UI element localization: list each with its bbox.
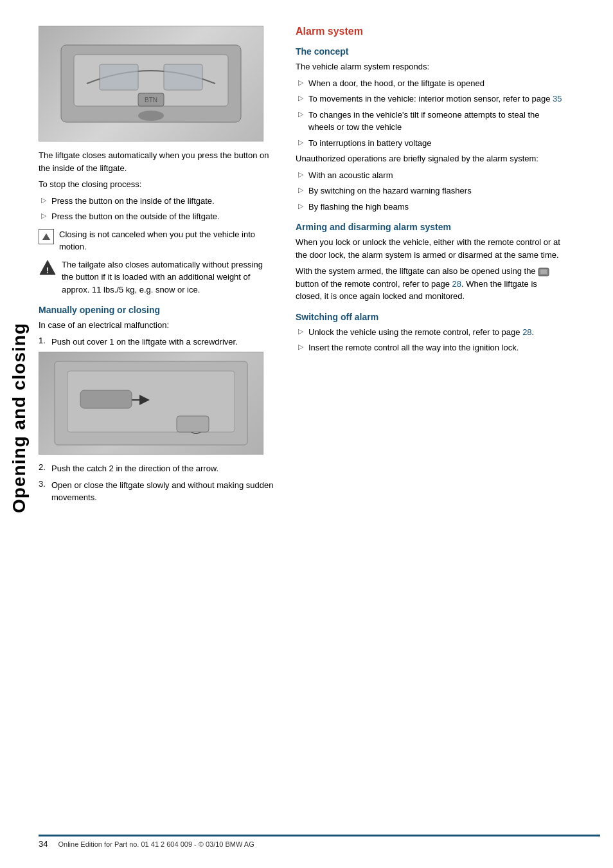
switching-bullet-2: ▷ Insert the remote control all the way … (296, 341, 565, 354)
svg-rect-17 (177, 416, 209, 432)
signal-bullet-text-2: By switching on the hazard warning flash… (308, 185, 472, 197)
concept-bullet-icon-4: ▷ (298, 138, 303, 147)
svg-text:!: ! (46, 266, 49, 275)
signal-bullet-3: ▷ By flashing the high beams (296, 201, 565, 213)
stop-process-label: To stop the closing process: (39, 178, 276, 191)
alarm-heading: Alarm system (296, 26, 565, 37)
page-container: Opening and closing (0, 0, 613, 868)
liftgate-image-bottom-content: 2 1 (39, 352, 263, 454)
car-top-svg: BTN (48, 32, 254, 135)
sidebar-label: Opening and closing (9, 323, 30, 513)
page-ref-35[interactable]: 35 (553, 94, 562, 104)
liftgate-image-top: BTN (39, 26, 263, 141)
warning-icon-1: ! (39, 258, 57, 276)
concept-bullet-text-1: When a door, the hood, or the liftgate i… (308, 77, 484, 90)
signal-bullet-icon-1: ▷ (298, 170, 303, 179)
unauthorized-text: Unauthorized operations are briefly sign… (296, 152, 565, 165)
liftgate-image-bottom: 2 1 (39, 352, 263, 455)
signal-bullet-icon-2: ▷ (298, 186, 303, 194)
switching-bullet-1: ▷ Unlock the vehicle using the remote co… (296, 326, 565, 339)
svg-point-2 (138, 111, 164, 121)
step-3-text: Open or close the liftgate slowly and wi… (51, 479, 276, 504)
switching-bullet-icon-1: ▷ (298, 327, 303, 336)
main-content: BTN The liftgate closes automatically wh… (39, 26, 604, 508)
arming-text-1: When you lock or unlock the vehicle, eit… (296, 236, 565, 261)
bullet-text-1: Press the button on the inside of the li… (51, 195, 215, 208)
concept-intro: The vehicle alarm system responds: (296, 60, 565, 73)
concept-bullet-3: ▷ To changes in the vehicle's tilt if so… (296, 109, 565, 134)
step-1-text: Push out cover 1 on the liftgate with a … (51, 336, 238, 348)
concept-bullet-2: ▷ To movements in the vehicle: interior … (296, 93, 565, 105)
switching-bullet-icon-2: ▷ (298, 343, 303, 351)
footer-text: Online Edition for Part no. 01 41 2 604 … (58, 840, 254, 848)
switching-bullet-text-2: Insert the remote control all the way in… (308, 341, 519, 354)
bullet-text-2: Press the button on the outside of the l… (51, 210, 220, 223)
signal-bullet-1: ▷ With an acoustic alarm (296, 169, 565, 182)
note-triangle-icon (42, 233, 50, 240)
concept-bullet-icon-3: ▷ (298, 110, 303, 118)
bullet-item-2: ▷ Press the button on the outside of the… (39, 210, 276, 223)
svg-rect-4 (164, 64, 202, 90)
arming-text-2: With the system armed, the liftgate can … (296, 265, 565, 303)
warning-box-1: ! The tailgate also closes automatically… (39, 258, 276, 296)
signal-bullet-2: ▷ By switching on the hazard warning fla… (296, 185, 565, 197)
svg-rect-3 (100, 64, 138, 90)
arming-heading: Arming and disarming alarm system (296, 222, 565, 232)
sidebar: Opening and closing (0, 0, 39, 836)
manual-heading: Manually opening or closing (39, 305, 276, 315)
svg-rect-19 (540, 269, 547, 274)
warning-text-1: The tailgate also closes automatically w… (62, 258, 276, 296)
concept-bullet-4: ▷ To interruptions in battery voltage (296, 137, 565, 150)
page-footer: 34 Online Edition for Part no. 01 41 2 6… (39, 835, 600, 849)
right-column: Alarm system The concept The vehicle ala… (289, 26, 565, 508)
concept-bullet-1: ▷ When a door, the hood, or the liftgate… (296, 77, 565, 90)
signal-bullet-icon-3: ▷ (298, 202, 303, 210)
note-box-1: Closing is not canceled when you put the… (39, 228, 276, 253)
signal-bullet-text-1: With an acoustic alarm (308, 169, 393, 182)
left-column: BTN The liftgate closes automatically wh… (39, 26, 289, 508)
concept-bullet-text-2: To movements in the vehicle: interior mo… (308, 93, 562, 105)
svg-rect-16 (80, 390, 132, 408)
switching-bullet-text-1: Unlock the vehicle using the remote cont… (308, 326, 534, 339)
bullet-item-1: ▷ Press the button on the inside of the … (39, 195, 276, 208)
switching-heading: Switching off alarm (296, 312, 565, 322)
concept-bullet-text-4: To interruptions in battery voltage (308, 137, 432, 150)
step-1: 1. Push out cover 1 on the liftgate with… (39, 336, 276, 348)
remote-button-icon (538, 267, 549, 276)
page-ref-28-switch[interactable]: 28 (522, 327, 531, 337)
liftgate-bottom-svg: 2 1 (48, 355, 254, 451)
signal-bullet-text-3: By flashing the high beams (308, 201, 409, 213)
step-2-text: Push the catch 2 in the direction of the… (51, 462, 218, 475)
step-2: 2. Push the catch 2 in the direction of … (39, 462, 276, 475)
page-number: 34 (39, 839, 48, 849)
manual-intro: In case of an electrical malfunction: (39, 319, 276, 332)
step-3: 3. Open or close the liftgate slowly and… (39, 479, 276, 504)
svg-text:BTN: BTN (145, 96, 157, 104)
concept-bullet-icon-2: ▷ (298, 94, 303, 102)
bullet-icon-2: ▷ (41, 212, 46, 220)
note-text-1: Closing is not canceled when you put the… (59, 228, 276, 253)
step-2-num: 2. (39, 462, 51, 475)
note-icon-1 (39, 229, 54, 244)
concept-bullet-icon-1: ▷ (298, 78, 303, 87)
bullet-icon-1: ▷ (41, 196, 46, 204)
step-1-num: 1. (39, 336, 51, 348)
concept-heading: The concept (296, 46, 565, 57)
warning-triangle-svg: ! (39, 259, 57, 276)
liftgate-image-content: BTN (39, 26, 263, 141)
concept-bullet-text-3: To changes in the vehicle's tilt if some… (308, 109, 565, 134)
page-ref-28-arm[interactable]: 28 (452, 279, 461, 289)
step-3-num: 3. (39, 479, 51, 504)
liftgate-desc: The liftgate closes automatically when y… (39, 149, 276, 174)
